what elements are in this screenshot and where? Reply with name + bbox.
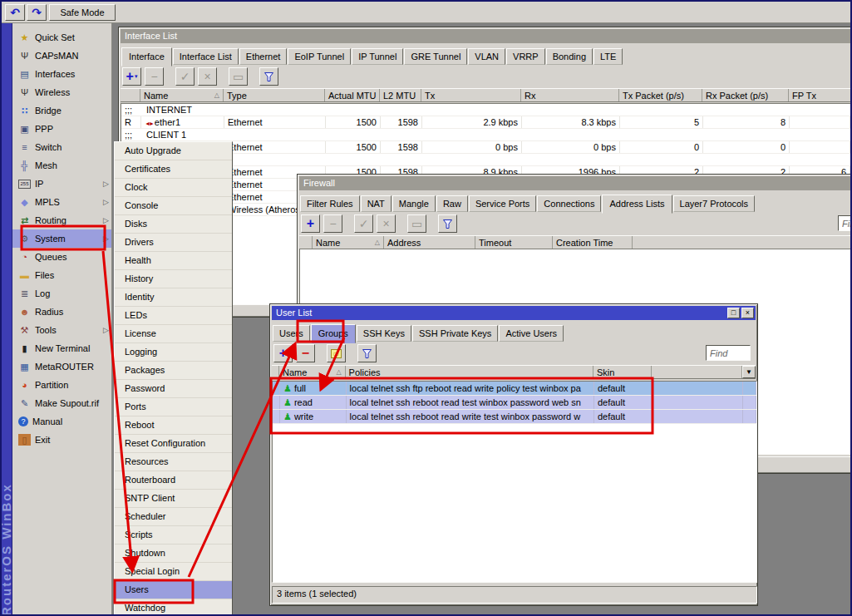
menu-item[interactable]: Auto Upgrade [115,142,232,160]
remove-button[interactable]: − [145,67,164,86]
filter-button[interactable] [438,214,457,233]
menu-item[interactable]: Logging [115,343,232,362]
group-row[interactable]: ♟read local telnet ssh reboot read test … [273,396,756,410]
menu-item[interactable]: Scheduler [115,508,232,526]
menu-item[interactable]: Watchdog [115,599,232,616]
sidebar-item[interactable]: ⚙ System ▷ [12,229,111,248]
group-row[interactable]: ♟write local telnet ssh reboot read writ… [273,410,756,424]
add-button[interactable]: + [273,344,293,362]
group-row[interactable]: ♟full local telnet ssh ftp reboot read w… [273,382,756,396]
sidebar-item[interactable]: ≡ Switch [12,138,111,156]
column-actual-mtu[interactable]: Actual MTU [325,89,380,101]
sidebar-item[interactable]: Ψ Wireless [12,83,111,101]
tab[interactable]: Raw [436,195,468,212]
tab[interactable]: IP Tunnel [352,48,403,65]
enable-button[interactable]: ✓ [354,214,373,233]
menu-item[interactable]: Clock [115,179,232,197]
sidebar-item[interactable]: ⇄ Routing ▷ [12,211,111,229]
disable-button[interactable]: × [198,67,217,86]
sidebar-item[interactable]: ▣ PPP [12,120,111,138]
menu-item[interactable]: Routerboard [115,471,232,490]
close-button[interactable]: × [741,308,754,318]
tab[interactable]: Bonding [546,48,593,65]
tab[interactable]: Active Users [499,325,564,342]
add-button[interactable]: + [301,214,320,233]
menu-item[interactable]: Shutdown [115,545,232,563]
comment-button[interactable]: ▭ [407,214,426,233]
column-skin[interactable]: Skin [593,366,652,378]
sidebar-item[interactable]: 255 IP ▷ [12,175,111,193]
column-creation-time[interactable]: Creation Time [553,236,633,249]
sidebar-item[interactable]: Ψ CAPsMAN [12,47,111,65]
sidebar-item[interactable]: ★ Quick Set [12,28,111,47]
tab[interactable]: GRE Tunnel [404,48,467,65]
tab[interactable]: Service Ports [469,195,536,212]
menu-item[interactable]: Resources [115,453,232,471]
firewall-titlebar[interactable]: Firewall [299,176,851,190]
menu-item[interactable]: Password [115,380,232,398]
sidebar-item[interactable]: ∷ Bridge [12,101,111,120]
interface-row[interactable]: R ◄►ether1 Ethernet 1500 1598 2.9 kbps 8… [121,116,850,129]
tab[interactable]: Layer7 Protocols [673,195,756,212]
menu-item[interactable]: Identity [115,288,232,307]
column-address[interactable]: Address [384,236,475,249]
filter-button[interactable] [259,67,278,86]
sidebar-item[interactable]: ╬ Mesh [12,156,111,175]
comment-button[interactable]: ▭ [327,344,346,362]
menu-item[interactable]: Packages [115,362,232,380]
column-rx[interactable]: Rx [521,89,619,101]
sidebar-item[interactable]: ✎ Make Supout.rif [12,394,111,412]
menu-item[interactable]: License [115,325,232,343]
sidebar-item[interactable]: ▦ MetaROUTER [12,357,111,376]
menu-item[interactable]: Reset Configuration [115,435,232,453]
tab[interactable]: Address Lists [602,195,672,214]
sidebar-item[interactable]: ◆ MPLS ▷ [12,193,111,211]
menu-item[interactable]: SNTP Client [115,490,232,508]
menu-item[interactable]: Certificates [115,160,232,179]
add-button[interactable]: +▾ [122,67,141,86]
find-input[interactable] [706,345,751,361]
sidebar-item[interactable]: ▯ Exit [12,431,111,449]
menu-item[interactable]: Scripts [115,526,232,545]
tab[interactable]: Groups [311,324,356,343]
column-rx-packet[interactable]: Rx Packet (p/s) [702,89,789,101]
tab[interactable]: Interface [121,47,172,67]
menu-item[interactable]: Health [115,252,232,270]
tab[interactable]: VLAN [468,48,505,65]
column-timeout[interactable]: Timeout [475,236,553,249]
menu-item[interactable]: History [115,270,232,288]
tab[interactable]: VRRP [506,48,545,65]
sidebar-item[interactable]: ≣ Log [12,284,111,303]
column-type[interactable]: Type [224,89,325,101]
menu-item[interactable]: Disks [115,215,232,234]
sidebar-item[interactable]: ▬ Files [12,266,111,284]
menu-item[interactable]: LEDs [115,307,232,325]
column-policies[interactable]: Policies [346,366,593,378]
sidebar-item[interactable]: ▤ Interfaces [12,65,111,83]
interface-row[interactable]: ;;; CLIENT 1 [121,129,850,141]
tab[interactable]: Mangle [392,195,436,212]
enable-button[interactable]: ✓ [175,67,195,86]
tab[interactable]: SSH Keys [357,325,411,342]
find-input[interactable] [838,215,852,231]
tab[interactable]: LTE [593,48,623,65]
column-l2-mtu[interactable]: L2 MTU [380,89,421,101]
sidebar-item[interactable]: ☻ Radius [12,303,111,321]
tab[interactable]: Filter Rules [300,195,360,212]
menu-item[interactable]: Drivers [115,234,232,252]
interface-list-titlebar[interactable]: Interface List [121,29,851,43]
interface-row[interactable]: ;;; INTERNET [121,104,850,116]
remove-button[interactable]: − [296,344,315,362]
safe-mode-button[interactable]: Safe Mode [49,4,116,21]
tab[interactable]: Ethernet [239,48,288,65]
menu-item[interactable]: Special Login [115,563,232,581]
tab[interactable]: Connections [537,195,601,212]
tab[interactable]: Users [273,325,310,342]
column-select-dropdown[interactable]: ▼ [742,366,756,378]
tab[interactable]: Interface List [173,48,239,65]
sidebar-item[interactable]: ? Manual [12,412,111,431]
disable-button[interactable]: × [377,214,396,233]
tab[interactable]: SSH Private Keys [412,325,498,342]
menu-item[interactable]: Ports [115,398,232,416]
menu-item[interactable]: Reboot [115,416,232,435]
